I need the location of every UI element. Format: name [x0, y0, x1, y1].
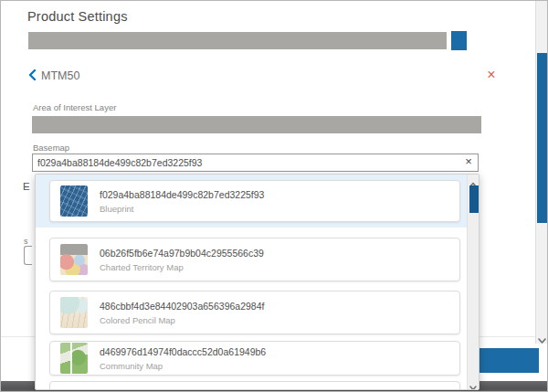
back-button[interactable]: MTM50 [28, 68, 79, 84]
basemap-option-id: f029a4ba88184de499c82b7ed3225f93 [100, 189, 264, 200]
back-label: MTM50 [41, 69, 79, 82]
basemap-option-blueprint[interactable]: f029a4ba88184de499c82b7ed3225f93 Bluepri… [49, 180, 460, 222]
scroll-down-icon[interactable] [537, 333, 547, 342]
basemap-option-name: Blueprint [100, 204, 264, 214]
aoi-field-label: Area of Interest Layer [33, 102, 116, 112]
basemap-option-id: d469976d14974f0daccc52d0a61949b6 [100, 346, 266, 357]
basemap-option-id: 486cbbf4d3e84402903a656396a2984f [100, 301, 264, 312]
page-scrollbar-thumb[interactable] [537, 53, 547, 223]
colored-pencil-map-thumbnail [60, 297, 88, 328]
redacted-product-field[interactable] [28, 32, 447, 49]
basemap-option-name: Community Map [100, 361, 266, 371]
clear-input-icon[interactable]: × [462, 155, 475, 168]
scroll-down-icon[interactable] [469, 379, 478, 387]
dropdown-scrollbar[interactable] [467, 175, 479, 389]
basemap-option-name: Colored Pencil Map [100, 315, 264, 325]
blueprint-map-thumbnail [60, 185, 88, 217]
basemap-option-id: 06b26f5fb6e74a97b9b04c2955566c39 [100, 248, 264, 259]
primary-action-button[interactable] [473, 348, 539, 373]
basemap-option-charted-territory[interactable]: 06b26f5fb6e74a97b9b04c2955566c39 Charted… [49, 238, 460, 281]
basemap-dropdown: f029a4ba88184de499c82b7ed3225f93 Bluepri… [35, 174, 480, 390]
scroll-up-icon[interactable] [469, 176, 478, 185]
obscured-label-fragment-top: E [23, 181, 30, 192]
charted-territory-map-thumbnail [60, 244, 88, 275]
dropdown-scrollbar-thumb[interactable] [469, 185, 479, 213]
product-settings-window: Product Settings MTM50 × Area of Interes… [0, 0, 548, 392]
obscured-label-fragment-bottom: s [24, 237, 28, 246]
aoi-redacted-field[interactable] [32, 116, 481, 133]
page-title: Product Settings [27, 9, 128, 24]
close-icon[interactable]: × [484, 68, 499, 82]
basemap-input[interactable] [32, 154, 479, 172]
page-scrollbar[interactable] [535, 1, 548, 344]
community-map-thumbnail [60, 343, 88, 374]
basemap-field-label: Basemap [33, 143, 69, 153]
basemap-option-name: Charted Territory Map [100, 262, 264, 272]
basemap-option-partial[interactable] [49, 381, 460, 390]
basemap-option-colored-pencil[interactable]: 486cbbf4d3e84402903a656396a2984f Colored… [49, 291, 460, 334]
chevron-left-icon [28, 68, 37, 84]
blue-swatch-button[interactable] [451, 31, 467, 50]
partially-hidden-checkbox[interactable] [24, 246, 32, 265]
basemap-option-community[interactable]: d469976d14974f0daccc52d0a61949b6 Communi… [49, 341, 460, 376]
